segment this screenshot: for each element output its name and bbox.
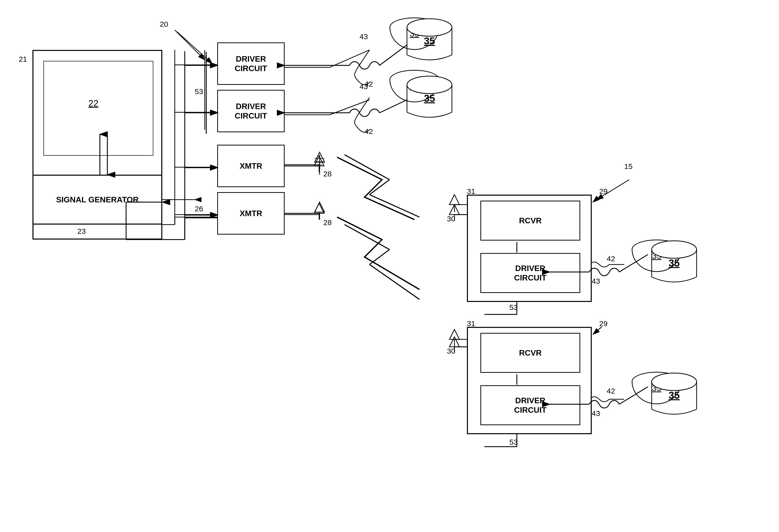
ref-42-3: 42 — [607, 255, 615, 263]
driver-circuit-1: DRIVERCIRCUIT — [217, 43, 285, 85]
ref-35-3: 35 — [652, 251, 661, 261]
svg-line-39 — [345, 224, 390, 250]
ref-22: 22 — [88, 98, 98, 109]
ref-43-2: 43 — [360, 82, 368, 91]
xmtr-1: XMTR — [217, 145, 285, 187]
driver-circuit-upper-inner: DRIVERCIRCUIT — [480, 253, 580, 293]
ref-15: 15 — [624, 162, 633, 171]
rcvr-system-lower: RCVR DRIVERCIRCUIT — [467, 327, 592, 434]
driver-circuit-upper-inner-label: DRIVERCIRCUIT — [514, 264, 547, 283]
driver-circuit-2-label: DRIVERCIRCUIT — [235, 102, 267, 121]
ref-21: 21 — [19, 55, 27, 63]
ref-28-1: 28 — [323, 170, 332, 178]
svg-line-25 — [329, 100, 369, 115]
ref-23: 23 — [77, 227, 85, 236]
driver-circuit-1-label: DRIVERCIRCUIT — [235, 54, 267, 73]
ref-35-4: 35 — [652, 383, 661, 393]
ref-43-1: 43 — [360, 32, 368, 41]
ref-35-1: 35 — [410, 29, 419, 39]
svg-line-35 — [369, 195, 419, 217]
svg-marker-43 — [450, 195, 460, 205]
ref-31-1: 31 — [467, 187, 475, 196]
svg-line-41 — [369, 265, 419, 300]
ref-30-1: 30 — [447, 215, 455, 223]
ref-26: 26 — [195, 205, 203, 213]
rcvr-upper-label: RCVR — [519, 216, 542, 225]
ref-43-3: 43 — [592, 277, 600, 285]
ref-29-2: 29 — [599, 319, 607, 328]
xmtr-1-label: XMTR — [240, 161, 262, 171]
svg-line-34 — [369, 180, 390, 195]
xmtr-2: XMTR — [217, 192, 285, 235]
ref-42-2: 42 — [365, 127, 373, 136]
signal-generator-label: SIGNAL GENERATOR — [56, 195, 139, 204]
driver-circuit-2: DRIVERCIRCUIT — [217, 90, 285, 132]
circuit-diagram: 20 22 21 SIGNAL GENERATOR 23 DRIVERCIRCU… — [0, 0, 779, 532]
driver-circuit-lower-inner: DRIVERCIRCUIT — [480, 385, 580, 425]
svg-marker-37 — [315, 202, 324, 212]
ref-28-2: 28 — [323, 218, 332, 227]
ref-20: 20 — [160, 20, 168, 28]
ref-30-2: 30 — [447, 347, 455, 355]
rcvr-system-upper: RCVR DRIVERCIRCUIT — [467, 195, 592, 302]
signal-generator-block: SIGNAL GENERATOR — [33, 175, 162, 224]
ref-53-1: 53 — [195, 87, 203, 96]
ref-35-2: 35 — [410, 81, 419, 91]
ref-53-2: 53 — [510, 303, 518, 312]
rcvr-upper: RCVR — [480, 201, 580, 241]
ref-43-4: 43 — [592, 409, 600, 418]
ref-42-4: 42 — [607, 387, 615, 395]
svg-marker-50 — [450, 329, 460, 339]
driver-circuit-lower-inner-label: DRIVERCIRCUIT — [514, 396, 547, 415]
svg-line-33 — [345, 155, 390, 180]
ref-31-2: 31 — [467, 319, 475, 328]
svg-line-40 — [369, 250, 390, 265]
ref-29-1: 29 — [599, 187, 607, 196]
rcvr-lower-label: RCVR — [519, 348, 542, 357]
svg-line-7 — [175, 30, 205, 60]
rcvr-lower: RCVR — [480, 333, 580, 373]
xmtr-2-label: XMTR — [240, 209, 262, 218]
ref-53-3: 53 — [510, 438, 518, 447]
